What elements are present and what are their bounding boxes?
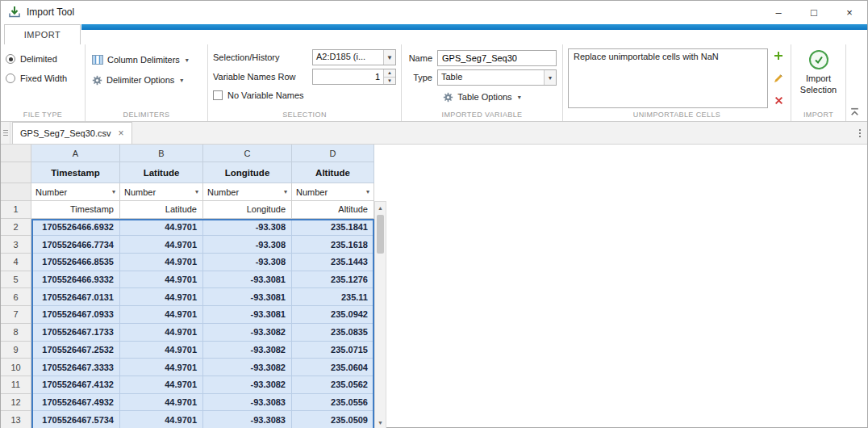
document-tab-csv[interactable]: GPS_Seg7_Seq30.csv ×: [12, 122, 132, 144]
cell[interactable]: -93.3082: [203, 359, 292, 376]
table-row: 71705526467.093344.9701-93.3081235.0942: [1, 306, 387, 324]
tab-import[interactable]: IMPORT: [4, 24, 81, 44]
cell[interactable]: 235.1276: [292, 271, 374, 289]
cell[interactable]: 44.9701: [120, 219, 203, 237]
collapse-ribbon-button[interactable]: [848, 105, 862, 119]
cell[interactable]: 1705526467.4932: [31, 394, 120, 412]
cell[interactable]: -93.3083: [203, 394, 292, 412]
cell[interactable]: 1705526466.6932: [31, 219, 120, 237]
cell[interactable]: 44.9701: [120, 394, 203, 412]
cell[interactable]: Altitude: [292, 201, 374, 219]
cell[interactable]: 235.0715: [292, 342, 374, 359]
scrollbar-track[interactable]: [375, 213, 386, 417]
column-header-a[interactable]: A: [31, 145, 120, 162]
cell[interactable]: 235.11: [292, 288, 374, 306]
delimiter-options-label: Delimiter Options: [106, 75, 174, 85]
cell[interactable]: 1705526467.2532: [31, 342, 120, 359]
cell[interactable]: -93.3081: [203, 306, 292, 324]
unimportable-rules-list[interactable]: Replace unimportable cells with NaN: [568, 48, 768, 108]
cell[interactable]: 1705526467.1733: [31, 324, 120, 342]
vertical-scrollbar[interactable]: ▲ ▼: [374, 201, 386, 428]
cell[interactable]: Longitude: [203, 201, 292, 219]
cell[interactable]: 235.0835: [292, 324, 374, 342]
spinner-down-icon[interactable]: ▼: [384, 78, 395, 85]
cell[interactable]: 44.9701: [120, 254, 203, 271]
cell[interactable]: -93.308: [203, 236, 292, 254]
cell[interactable]: 44.9701: [120, 376, 203, 394]
panel-grip-icon[interactable]: [1, 122, 10, 144]
scroll-up-icon[interactable]: ▲: [375, 202, 386, 213]
type-dropdown-column-b[interactable]: Number▾: [120, 183, 203, 201]
window-controls: – □ ×: [761, 1, 867, 23]
chevron-down-icon[interactable]: ▼: [383, 50, 395, 65]
cell[interactable]: -93.308: [203, 219, 292, 237]
tab-overflow-menu-icon[interactable]: [859, 129, 861, 137]
radio-fixed-width[interactable]: Fixed Width: [6, 69, 80, 87]
variable-name-input[interactable]: [437, 50, 557, 66]
radio-delimited[interactable]: Delimited: [6, 50, 80, 68]
cell[interactable]: 235.0556: [292, 394, 374, 412]
variable-names-row-input[interactable]: [313, 69, 383, 84]
cell[interactable]: 235.0604: [292, 359, 374, 376]
cell[interactable]: -93.3081: [203, 288, 292, 306]
cell[interactable]: 44.9701: [120, 411, 203, 428]
cell[interactable]: 235.1841: [292, 219, 374, 237]
column-delimiters-dropdown[interactable]: Column Delimiters ▾: [90, 51, 190, 69]
cell[interactable]: 44.9701: [120, 288, 203, 306]
cell[interactable]: 44.9701: [120, 271, 203, 289]
cell[interactable]: 1705526467.5734: [31, 411, 120, 428]
cell[interactable]: -93.3083: [203, 411, 292, 428]
close-tab-icon[interactable]: ×: [119, 128, 124, 139]
minimize-button[interactable]: –: [761, 1, 796, 23]
cell[interactable]: 235.0509: [292, 411, 374, 428]
import-selection-button[interactable]: Import Selection: [796, 48, 841, 111]
cell[interactable]: Latitude: [120, 201, 203, 219]
cell[interactable]: 1705526467.4132: [31, 376, 120, 394]
ribbon-tab-strip: IMPORT: [1, 23, 867, 44]
type-dropdown-column-c[interactable]: Number▾: [203, 183, 292, 201]
type-dropdown[interactable]: Table ▾: [437, 69, 557, 86]
delimiter-options-dropdown[interactable]: Delimiter Options ▾: [90, 71, 185, 89]
cell[interactable]: 1705526466.7734: [31, 236, 120, 254]
cell[interactable]: 1705526467.3333: [31, 359, 120, 376]
spinner-up-icon[interactable]: ▲: [384, 69, 395, 78]
cell[interactable]: 235.0562: [292, 376, 374, 394]
column-header-c[interactable]: C: [203, 145, 292, 162]
cell[interactable]: 235.0942: [292, 306, 374, 324]
type-dropdown-value: Number: [207, 187, 284, 197]
scroll-down-icon[interactable]: ▼: [375, 417, 386, 428]
cell[interactable]: -93.3082: [203, 376, 292, 394]
import-tool-window: Import Tool – □ × IMPORT Delimited Fixed…: [0, 0, 868, 428]
edit-rule-button[interactable]: [771, 72, 786, 84]
plus-icon: [774, 51, 783, 61]
no-variable-names-checkbox[interactable]: No Variable Names: [213, 87, 396, 103]
column-header-d[interactable]: D: [292, 145, 374, 162]
scrollbar-thumb[interactable]: [377, 215, 384, 254]
cell[interactable]: 44.9701: [120, 359, 203, 376]
cell[interactable]: 44.9701: [120, 306, 203, 324]
cell[interactable]: -93.3081: [203, 271, 292, 289]
cell[interactable]: 44.9701: [120, 342, 203, 359]
maximize-button[interactable]: □: [796, 1, 832, 23]
variable-name-timestamp: Timestamp: [31, 162, 120, 183]
cell[interactable]: Timestamp: [31, 201, 120, 219]
add-rule-button[interactable]: [771, 49, 786, 61]
cell[interactable]: 44.9701: [120, 236, 203, 254]
cell[interactable]: -93.308: [203, 254, 292, 271]
column-header-b[interactable]: B: [120, 145, 203, 162]
cell[interactable]: 1705526467.0933: [31, 306, 120, 324]
cell[interactable]: 235.1618: [292, 236, 374, 254]
table-options-dropdown[interactable]: Table Options ▾: [407, 88, 557, 106]
cell[interactable]: -93.3082: [203, 324, 292, 342]
cell[interactable]: 1705526466.9332: [31, 271, 120, 289]
cell[interactable]: -93.3082: [203, 342, 292, 359]
cell[interactable]: 235.1443: [292, 254, 374, 271]
selection-history-combo[interactable]: A2:D185 (i... ▼: [312, 49, 396, 65]
cell[interactable]: 1705526467.0131: [31, 288, 120, 306]
type-dropdown-column-d[interactable]: Number▾: [292, 183, 374, 201]
type-dropdown-column-a[interactable]: Number▾: [31, 183, 120, 201]
cell[interactable]: 1705526466.8535: [31, 254, 120, 271]
close-button[interactable]: ×: [832, 1, 867, 23]
delete-rule-button[interactable]: [771, 94, 786, 107]
cell[interactable]: 44.9701: [120, 324, 203, 342]
